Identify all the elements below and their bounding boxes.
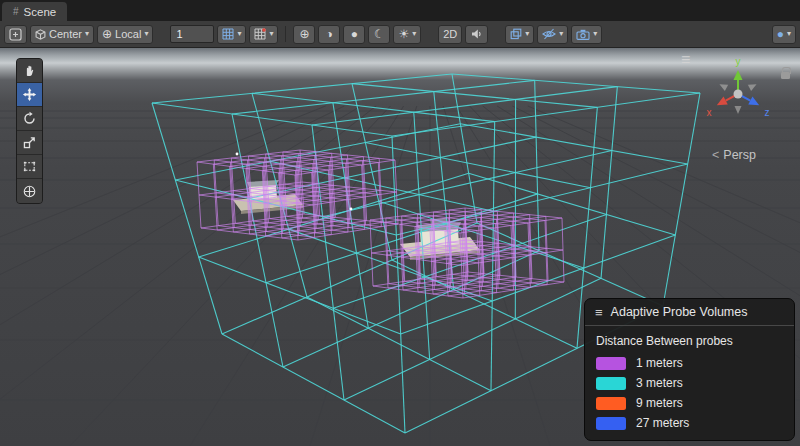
handle-orientation-button[interactable]: ⊕ Local ▾ [97, 25, 153, 44]
pivot-mode-button[interactable]: Center ▾ [30, 25, 94, 44]
skybox-toggle-button[interactable]: ☾ [368, 25, 390, 44]
wire-globe-icon: ⊕ [299, 28, 309, 40]
grid-snap-icon [222, 28, 234, 40]
increment-snap-icon [254, 28, 266, 40]
swatch-3m [596, 377, 626, 390]
increment-snap-button[interactable]: ▾ [249, 25, 278, 44]
lock-icon[interactable] [781, 72, 790, 79]
swatch-1m [596, 357, 626, 370]
light-circle-toggle-button[interactable]: ● [343, 25, 365, 44]
pivot-mode-label: Center [49, 29, 82, 40]
legend-row: 3 meters [596, 376, 783, 390]
legend-label-27m: 27 meters [636, 416, 689, 430]
chevron-down-icon: ▾ [412, 30, 416, 38]
projection-mode-button[interactable]: <Persp [692, 148, 776, 162]
rotate-tool-button[interactable] [17, 107, 42, 131]
legend-row: 1 meters [596, 356, 783, 370]
swatch-9m [596, 397, 626, 410]
camera-icon [576, 29, 590, 40]
scene-tab[interactable]: # Scene [2, 2, 67, 21]
cube-icon [35, 29, 46, 40]
overlays-dropdown-button[interactable]: ▾ [505, 25, 534, 44]
mode-2d-label: 2D [443, 29, 457, 40]
chevron-down-icon: ▾ [237, 30, 241, 38]
neg-x-axis-cone[interactable] [748, 81, 758, 91]
scale-icon [22, 135, 37, 150]
chevron-down-icon: ▾ [85, 30, 89, 38]
rotate-icon [22, 111, 37, 126]
persp-label: Persp [723, 148, 756, 162]
speaker-icon [470, 28, 483, 40]
legend-header: ≡ Adaptive Probe Volumes [585, 299, 794, 326]
handle-orientation-label: Local [115, 29, 141, 40]
hand-icon [22, 63, 37, 78]
grid-tab-icon: # [13, 6, 19, 17]
scene-toolbar: Center ▾ ⊕ Local ▾ ▾ ▾ ⊕ ◑ ● ☾ ☀ ▾ 2D [0, 21, 800, 48]
legend-label-1m: 1 meters [636, 356, 683, 370]
globe-icon: ⊕ [102, 28, 112, 40]
chevron-down-icon: ▾ [144, 30, 148, 38]
overlay-menu-button[interactable]: ≡ [681, 52, 690, 68]
transform-icon [22, 184, 37, 199]
eye-slash-icon [542, 28, 556, 40]
lighting-toggle-button[interactable]: ◑ [318, 25, 340, 44]
transform-tool-button[interactable] [17, 179, 42, 203]
moon-icon: ☾ [374, 28, 385, 40]
move-tool-button[interactable] [17, 83, 42, 107]
chevron-down-icon: ▾ [593, 30, 597, 38]
swatch-27m [596, 417, 626, 430]
half-sphere-icon: ◑ [326, 28, 333, 40]
move-icon [22, 87, 37, 102]
orientation-gizmo[interactable]: y x z [696, 56, 780, 132]
mode-2d-button[interactable]: 2D [438, 25, 462, 44]
tools-overlay-button[interactable] [4, 25, 27, 44]
view-tool-button[interactable] [17, 59, 42, 83]
rect-tool-button[interactable] [17, 155, 42, 179]
scene-tab-label: Scene [24, 6, 57, 18]
gizmo-center-sphere[interactable] [734, 90, 743, 99]
neg-y-axis-cone[interactable] [735, 106, 742, 114]
tab-bar: # Scene [0, 0, 800, 21]
scene-camera-button[interactable]: ▾ [571, 25, 602, 44]
grid-snapping-button[interactable]: ▾ [217, 25, 246, 44]
scene-visibility-button[interactable]: ▾ [537, 25, 568, 44]
legend-label-9m: 9 meters [636, 396, 683, 410]
toolbar-separator [285, 26, 286, 42]
layers-icon [510, 28, 522, 40]
adaptive-probe-volumes-panel: ≡ Adaptive Probe Volumes Distance Betwee… [584, 298, 795, 441]
legend-row: 9 meters [596, 396, 783, 410]
scene-viewport[interactable]: ≡ y x z <Persp [0, 48, 800, 446]
circle-icon: ● [351, 28, 358, 40]
persp-arrow-icon: < [712, 148, 719, 162]
tool-grid-icon [9, 28, 22, 41]
rect-icon [22, 159, 37, 174]
chevron-down-icon: ▾ [525, 30, 529, 38]
z-axis-label: z [765, 107, 770, 118]
legend-menu-icon[interactable]: ≡ [595, 306, 603, 319]
chevron-down-icon: ▾ [559, 30, 563, 38]
snap-increment-field[interactable] [170, 25, 214, 43]
neg-z-axis-cone[interactable] [718, 81, 728, 91]
sun-icon: ☀ [398, 28, 409, 40]
audio-toggle-button[interactable] [465, 25, 488, 44]
scale-tool-button[interactable] [17, 131, 42, 155]
legend-body: Distance Between probes 1 meters 3 meter… [585, 326, 794, 440]
chevron-down-icon: ▾ [787, 30, 791, 38]
chevron-down-icon: ▾ [269, 30, 273, 38]
legend-row: 27 meters [596, 416, 783, 430]
legend-label-3m: 3 meters [636, 376, 683, 390]
effects-dropdown-button[interactable]: ☀ ▾ [393, 25, 421, 44]
legend-subtitle: Distance Between probes [596, 334, 783, 348]
unity-scene-view-window: # Scene Center ▾ ⊕ Local ▾ ▾ ▾ ⊕ [0, 0, 800, 446]
tools-toolbar [16, 58, 43, 204]
blue-circle-icon: ● [777, 28, 784, 40]
camera-settings-button[interactable]: ● ▾ [772, 25, 796, 44]
legend-title: Adaptive Probe Volumes [611, 305, 748, 319]
render-mode-button[interactable]: ⊕ [293, 25, 315, 44]
x-axis-label: x [707, 107, 712, 118]
y-axis-label: y [736, 56, 741, 67]
